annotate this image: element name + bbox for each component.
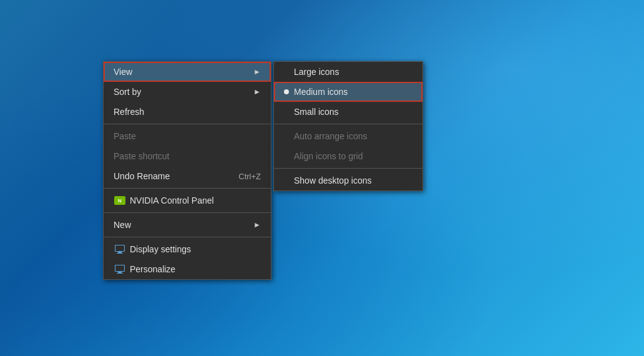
svg-rect-1 bbox=[118, 252, 122, 253]
sort-arrow-icon: ► bbox=[253, 87, 261, 96]
submenu-item-medium-icons[interactable]: Medium icons bbox=[274, 82, 422, 102]
submenu-item-align-icons-label: Align icons to grid bbox=[294, 151, 412, 161]
menu-item-sort-by[interactable]: Sort by ► bbox=[104, 82, 271, 102]
display-settings-icon bbox=[114, 243, 126, 255]
auto-arrange-placeholder bbox=[284, 134, 289, 139]
view-submenu[interactable]: Large icons Medium icons Small icons Aut… bbox=[273, 61, 423, 191]
submenu-item-small-icons-label: Small icons bbox=[294, 107, 412, 117]
svg-rect-2 bbox=[117, 253, 123, 254]
menu-item-personalize[interactable]: Personalize bbox=[104, 259, 271, 279]
menu-item-paste-shortcut-label: Paste shortcut bbox=[114, 151, 261, 161]
submenu-item-large-icons[interactable]: Large icons bbox=[274, 62, 422, 82]
separator-2 bbox=[104, 188, 271, 189]
menu-item-new[interactable]: New ► bbox=[104, 215, 271, 235]
menu-item-refresh[interactable]: Refresh bbox=[104, 102, 271, 122]
separator-4 bbox=[104, 237, 271, 237]
nvidia-icon: N bbox=[114, 194, 126, 207]
menu-item-display-settings[interactable]: Display settings bbox=[104, 239, 271, 259]
medium-icons-radio-dot bbox=[284, 89, 289, 94]
menu-item-undo-rename[interactable]: Undo Rename Ctrl+Z bbox=[104, 166, 271, 186]
submenu-separator-1 bbox=[274, 124, 422, 124]
submenu-item-auto-arrange-label: Auto arrange icons bbox=[294, 131, 412, 141]
submenu-item-show-desktop-icons-label: Show desktop icons bbox=[294, 176, 412, 185]
menu-item-paste-shortcut: Paste shortcut bbox=[104, 146, 271, 166]
menu-item-display-settings-label: Display settings bbox=[130, 244, 261, 254]
large-icons-radio-placeholder bbox=[284, 69, 289, 74]
menu-item-undo-rename-label: Undo Rename bbox=[114, 171, 226, 181]
submenu-separator-2 bbox=[274, 168, 422, 169]
submenu-item-medium-icons-label: Medium icons bbox=[294, 87, 412, 97]
menu-item-paste: Paste bbox=[104, 126, 271, 146]
svg-rect-4 bbox=[118, 272, 122, 273]
small-icons-radio-placeholder bbox=[284, 109, 289, 114]
personalize-icon bbox=[114, 263, 126, 275]
show-desktop-placeholder bbox=[284, 178, 289, 183]
submenu-item-small-icons[interactable]: Small icons bbox=[274, 102, 422, 122]
new-arrow-icon: ► bbox=[253, 220, 261, 229]
undo-rename-shortcut: Ctrl+Z bbox=[238, 172, 261, 181]
svg-rect-0 bbox=[115, 245, 125, 252]
svg-rect-3 bbox=[115, 265, 125, 272]
align-icons-placeholder bbox=[284, 154, 289, 159]
menu-item-nvidia[interactable]: N NVIDIA Control Panel bbox=[104, 190, 271, 210]
separator-1 bbox=[104, 124, 271, 124]
submenu-item-large-icons-label: Large icons bbox=[294, 67, 412, 77]
menu-item-personalize-label: Personalize bbox=[130, 264, 261, 274]
menu-item-view-label: View bbox=[114, 67, 253, 77]
view-arrow-icon: ► bbox=[253, 67, 261, 76]
menu-item-nvidia-label: NVIDIA Control Panel bbox=[130, 195, 261, 205]
submenu-item-show-desktop-icons[interactable]: Show desktop icons bbox=[274, 171, 422, 190]
svg-rect-5 bbox=[117, 273, 123, 274]
submenu-item-align-icons: Align icons to grid bbox=[274, 146, 422, 166]
submenu-item-auto-arrange: Auto arrange icons bbox=[274, 126, 422, 146]
menu-item-sort-by-label: Sort by bbox=[114, 87, 253, 97]
menu-item-paste-label: Paste bbox=[114, 131, 261, 141]
menu-item-refresh-label: Refresh bbox=[114, 107, 261, 117]
separator-3 bbox=[104, 212, 271, 213]
context-menu[interactable]: View ► Sort by ► Refresh Paste Paste sho… bbox=[103, 61, 271, 280]
menu-item-new-label: New bbox=[114, 220, 253, 230]
menu-item-view[interactable]: View ► bbox=[104, 62, 271, 82]
